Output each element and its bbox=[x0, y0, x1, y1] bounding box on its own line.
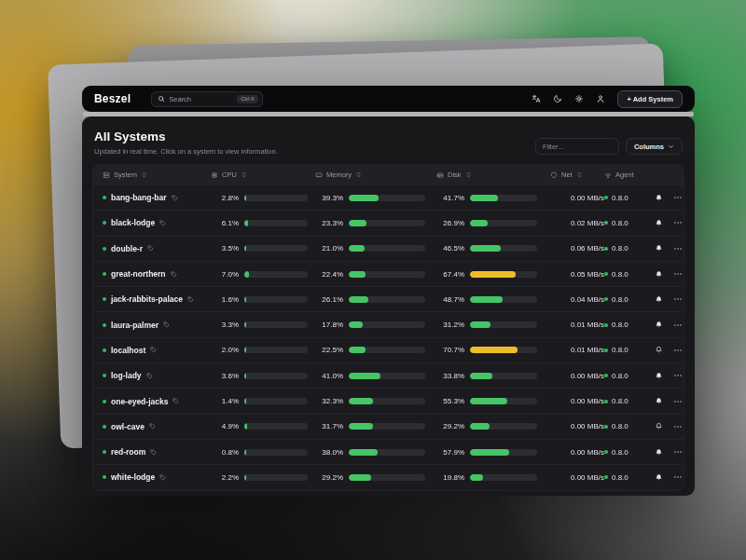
beszel-logo[interactable]: Beszel bbox=[94, 92, 131, 105]
cpu-meter bbox=[244, 220, 308, 226]
memory-meter bbox=[349, 474, 425, 481]
column-header-agent[interactable]: Agent bbox=[604, 171, 655, 179]
memory-cell: 39.3% bbox=[315, 194, 436, 202]
cpu-cell: 1.4% bbox=[211, 397, 315, 405]
row-menu-button[interactable] bbox=[673, 193, 683, 202]
column-label: Agent bbox=[615, 171, 634, 179]
cpu-cell: 2.0% bbox=[211, 346, 315, 354]
status-dot bbox=[103, 374, 106, 377]
table-row[interactable]: great-northern 7.0% 22.4% 67.4% 0.05 MB/… bbox=[93, 261, 684, 286]
alerts-bell-button[interactable] bbox=[655, 397, 663, 405]
alerts-bell-button[interactable] bbox=[655, 372, 663, 380]
agent-version: 0.8.0 bbox=[612, 372, 629, 380]
status-dot bbox=[103, 348, 106, 352]
alerts-bell-button[interactable] bbox=[655, 194, 663, 202]
alerts-bell-button[interactable] bbox=[655, 422, 663, 430]
table-row[interactable]: black-lodge 6.1% 23.3% 26.9% 0.02 MB/s 0… bbox=[93, 210, 684, 235]
language-icon[interactable] bbox=[532, 94, 541, 103]
memory-cell: 22.4% bbox=[315, 270, 436, 279]
status-dot bbox=[103, 323, 106, 327]
row-menu-button[interactable] bbox=[673, 244, 683, 253]
disk-value: 57.9% bbox=[436, 448, 464, 457]
alerts-bell-button[interactable] bbox=[655, 270, 663, 279]
status-dot bbox=[103, 247, 106, 251]
disk-cell: 57.9% bbox=[436, 448, 550, 457]
agent-cell: 0.8.0 bbox=[604, 295, 655, 304]
tag-icon bbox=[149, 423, 156, 430]
system-name: red-room bbox=[111, 447, 145, 457]
cpu-meter bbox=[244, 296, 308, 303]
table-row[interactable]: bang-bang-bar 2.8% 39.3% 41.7% 0.00 MB/s… bbox=[93, 184, 684, 210]
alerts-bell-button[interactable] bbox=[655, 346, 663, 354]
net-cell: 0.01 MB/s bbox=[550, 321, 604, 329]
alerts-bell-button[interactable] bbox=[655, 219, 663, 227]
alerts-bell-button[interactable] bbox=[655, 473, 663, 482]
alerts-bell-button[interactable] bbox=[655, 321, 663, 329]
row-menu-button[interactable] bbox=[673, 371, 683, 380]
disk-value: 46.5% bbox=[436, 244, 464, 253]
row-menu-button[interactable] bbox=[673, 321, 683, 330]
table-row[interactable]: white-lodge 2.2% 29.2% 19.8% 0.00 MB/s 0… bbox=[93, 464, 684, 489]
agent-version: 0.8.0 bbox=[612, 270, 629, 279]
row-menu-button[interactable] bbox=[673, 346, 683, 355]
table-row[interactable]: localhost 2.0% 22.5% 70.7% 0.01 MB/s 0.8… bbox=[93, 337, 684, 362]
row-menu-button[interactable] bbox=[673, 269, 683, 279]
table-row[interactable]: red-room 0.8% 38.0% 57.9% 0.00 MB/s 0.8.… bbox=[93, 439, 684, 464]
tag-icon bbox=[173, 398, 179, 404]
system-name: log-lady bbox=[111, 371, 142, 380]
row-menu-button[interactable] bbox=[673, 397, 683, 406]
search-input[interactable]: Search Ctrl K bbox=[151, 91, 263, 107]
add-system-button[interactable]: + Add System bbox=[617, 90, 683, 108]
row-menu-button[interactable] bbox=[673, 422, 683, 431]
cpu-meter bbox=[244, 373, 308, 379]
tag-icon bbox=[159, 474, 166, 481]
agent-cell: 0.8.0 bbox=[604, 219, 655, 227]
system-name: laura-palmer bbox=[111, 321, 159, 330]
alerts-bell-button[interactable] bbox=[655, 244, 663, 253]
search-icon bbox=[158, 95, 165, 102]
cpu-value: 2.0% bbox=[211, 346, 239, 354]
table-row[interactable]: jack-rabbits-palace 1.6% 26.1% 48.7% 0.0… bbox=[93, 286, 684, 311]
table-row[interactable]: one-eyed-jacks 1.4% 32.3% 55.3% 0.00 MB/… bbox=[93, 388, 684, 413]
disk-cell: 41.7% bbox=[436, 194, 550, 202]
row-menu-button[interactable] bbox=[673, 294, 683, 304]
moon-icon[interactable] bbox=[553, 94, 562, 103]
memory-meter bbox=[349, 423, 425, 430]
disk-meter bbox=[470, 373, 537, 379]
column-header-net[interactable]: Net bbox=[550, 171, 604, 179]
filter-input[interactable] bbox=[535, 138, 619, 155]
alerts-bell-button[interactable] bbox=[655, 295, 663, 304]
cpu-value: 3.6% bbox=[211, 372, 239, 380]
columns-dropdown-button[interactable]: Columns bbox=[626, 138, 683, 155]
table-row[interactable]: owl-cave 4.9% 31.7% 29.2% 0.00 MB/s 0.8.… bbox=[93, 414, 684, 439]
row-menu-button[interactable] bbox=[673, 447, 683, 457]
cpu-value: 1.4% bbox=[211, 397, 239, 405]
user-icon[interactable] bbox=[596, 94, 605, 103]
table-row[interactable]: log-lady 3.6% 41.0% 33.8% 0.00 MB/s 0.8.… bbox=[93, 362, 684, 388]
disk-value: 33.8% bbox=[436, 372, 464, 380]
row-menu-button[interactable] bbox=[673, 218, 683, 227]
disk-cell: 48.7% bbox=[436, 295, 550, 304]
column-header-memory[interactable]: Memory bbox=[315, 171, 436, 179]
cpu-meter bbox=[244, 271, 308, 278]
disk-meter bbox=[470, 347, 537, 353]
memory-value: 39.3% bbox=[315, 194, 343, 202]
column-header-system[interactable]: System bbox=[103, 171, 211, 179]
network-icon bbox=[550, 171, 558, 179]
net-cell: 0.00 MB/s bbox=[550, 397, 604, 405]
row-menu-button[interactable] bbox=[673, 472, 683, 482]
agent-status-dot bbox=[604, 425, 608, 429]
window-body: All Systems Updated in real time. Click … bbox=[82, 116, 695, 496]
agent-cell: 0.8.0 bbox=[604, 372, 655, 380]
table-body: bang-bang-bar 2.8% 39.3% 41.7% 0.00 MB/s… bbox=[93, 184, 684, 490]
disk-meter bbox=[470, 423, 537, 430]
column-header-disk[interactable]: Disk bbox=[436, 171, 550, 179]
alerts-bell-button[interactable] bbox=[655, 448, 663, 457]
settings-icon[interactable] bbox=[574, 94, 584, 103]
table-row[interactable]: double-r 3.5% 21.0% 46.5% 0.06 MB/s 0.8.… bbox=[93, 236, 684, 261]
column-header-cpu[interactable]: CPU bbox=[211, 171, 315, 179]
disk-cell: 67.4% bbox=[436, 270, 550, 279]
table-row[interactable]: laura-palmer 3.3% 17.8% 31.2% 0.01 MB/s … bbox=[93, 311, 684, 336]
search-shortcut-badge: Ctrl K bbox=[237, 95, 258, 103]
sort-icon bbox=[355, 171, 362, 178]
